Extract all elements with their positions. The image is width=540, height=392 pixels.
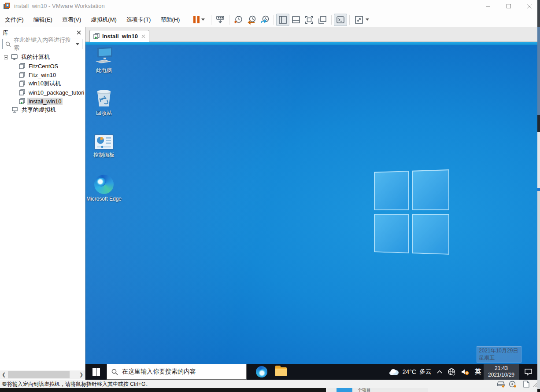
tab-install-win10[interactable]: install_win10 xyxy=(89,30,149,42)
desktop-icon-control-panel[interactable]: 控制面板 xyxy=(86,134,122,158)
tree-item-install-win10[interactable]: install_win10 xyxy=(0,97,85,106)
weather-button[interactable]: 24°C 多云 xyxy=(385,364,434,380)
revert-snapshot-button[interactable] xyxy=(245,14,258,26)
background-explorer-fragment: 个项目 xyxy=(326,388,428,392)
tree-item-vm[interactable]: win10测试机 xyxy=(0,79,85,88)
network-button[interactable] xyxy=(445,364,458,380)
scroll-left-icon[interactable]: ❮ xyxy=(0,370,7,379)
tree-item-vm[interactable]: FitzCentOS xyxy=(0,62,85,70)
file-explorer-icon xyxy=(275,367,287,376)
vmware-logo-icon xyxy=(4,3,11,10)
close-button[interactable] xyxy=(520,0,539,12)
status-message: 要将输入定向到该虚拟机，请将鼠标指针移入其中或按 Ctrl+G。 xyxy=(2,381,151,388)
system-tray: 24°C 多云 xyxy=(385,364,537,380)
desktop-icon-this-pc[interactable]: 此电脑 xyxy=(86,47,122,74)
vmware-workstation-window: install_win10 - VMware Workstation 文件(F)… xyxy=(0,0,540,392)
free-stretch-icon xyxy=(354,15,364,25)
speaker-muted-icon xyxy=(461,368,470,376)
ime-indicator[interactable]: 英 xyxy=(472,364,484,380)
free-stretch-button[interactable] xyxy=(352,14,371,26)
vmware-status-bar: 要将输入定向到该虚拟机，请将鼠标指针移入其中或按 Ctrl+G。 xyxy=(0,380,540,388)
globe-network-icon xyxy=(448,368,455,376)
taskbar-clock[interactable]: 21:43 2021/10/29 xyxy=(484,364,519,380)
volume-button[interactable] xyxy=(458,364,472,380)
tree-item-vm[interactable]: win10_package_tutori xyxy=(0,88,85,97)
chevron-down-icon xyxy=(366,18,369,21)
wallpaper-light-beam xyxy=(85,42,537,380)
action-center-button[interactable] xyxy=(519,364,537,380)
show-library-icon xyxy=(278,15,288,25)
taskbar-search-input[interactable]: 在这里输入你要搜索的内容 xyxy=(107,364,247,380)
vm-icon xyxy=(19,89,25,95)
library-search-input[interactable]: 在此处键入内容进行搜索 xyxy=(2,39,82,49)
menu-view[interactable]: 查看(V) xyxy=(57,13,86,26)
control-panel-icon xyxy=(94,134,114,150)
wallpaper-top-glow xyxy=(85,42,537,45)
menu-tabs[interactable]: 选项卡(T) xyxy=(122,13,156,26)
minimize-button[interactable] xyxy=(478,0,498,12)
maximize-button[interactable] xyxy=(499,0,518,12)
show-library-button[interactable] xyxy=(276,14,289,26)
close-icon xyxy=(77,30,81,35)
manage-snapshots-button[interactable] xyxy=(258,14,271,26)
message-log-icon[interactable] xyxy=(523,381,530,388)
show-thumbnail-bar-button[interactable] xyxy=(289,14,303,26)
taskbar-edge-button[interactable] xyxy=(252,364,271,380)
library-close-button[interactable] xyxy=(75,29,82,36)
take-snapshot-button[interactable] xyxy=(232,14,245,26)
vm-icon xyxy=(19,72,25,78)
host-taskbar-sliver: 个项目 xyxy=(0,388,540,392)
recycle-bin-icon xyxy=(95,88,113,108)
statusbar-bottom-fragment xyxy=(428,388,540,392)
tooltip-date: 2021年10月29日 xyxy=(479,347,519,354)
tree-item-my-computer[interactable]: 我的计算机 xyxy=(0,53,85,62)
menu-help[interactable]: 帮助(H) xyxy=(155,13,185,26)
device-status-icons xyxy=(497,381,538,388)
menu-edit[interactable]: 编辑(E) xyxy=(29,13,57,26)
tree-item-vm[interactable]: Fitz_win10 xyxy=(0,70,85,79)
windows-taskbar: 在这里输入你要搜索的内容 24°C 多云 xyxy=(85,364,537,380)
cd-rom-device-icon[interactable] xyxy=(508,381,517,388)
close-icon xyxy=(527,4,532,9)
explorer-items-count: 个项目 xyxy=(358,388,371,392)
tooltip-weekday: 星期五 xyxy=(479,354,519,361)
taskbar-file-explorer-button[interactable] xyxy=(271,364,291,380)
desktop-icon-recycle-bin[interactable]: 回收站 xyxy=(86,88,122,117)
tray-overflow-button[interactable] xyxy=(434,364,445,380)
taskbar-search-placeholder: 在这里输入你要搜索的内容 xyxy=(122,368,196,376)
show-thumbnail-bar-icon xyxy=(291,15,301,25)
weather-condition: 多云 xyxy=(419,368,432,376)
desktop-icon-microsoft-edge[interactable]: Microsoft Edge xyxy=(86,175,122,202)
chevron-up-icon xyxy=(437,370,442,374)
unity-mode-button[interactable] xyxy=(316,14,329,26)
window-title: install_win10 - VMware Workstation xyxy=(14,3,105,9)
vm-running-icon xyxy=(19,98,25,104)
hard-disk-device-icon[interactable] xyxy=(497,381,506,388)
start-button[interactable] xyxy=(85,364,107,380)
date-tooltip: 2021年10月29日 星期五 xyxy=(477,346,522,363)
vm-icon xyxy=(19,81,25,87)
computer-icon xyxy=(11,54,18,60)
vm-icon xyxy=(19,63,25,69)
console-view-button[interactable] xyxy=(334,14,347,26)
microsoft-edge-icon xyxy=(94,175,114,194)
send-ctrl-alt-del-button[interactable] xyxy=(214,14,227,26)
send-ctrl-alt-del-icon xyxy=(215,15,225,25)
full-screen-button[interactable] xyxy=(303,14,316,26)
sidebar-horizontal-scrollbar[interactable]: ❮ ❯ xyxy=(0,370,85,379)
clock-date: 2021/10/29 xyxy=(488,372,514,378)
menu-vm[interactable]: 虚拟机(M) xyxy=(86,13,122,26)
search-icon xyxy=(5,41,11,47)
menu-toolbar: 文件(F) 编辑(E) 查看(V) 虚拟机(M) 选项卡(T) 帮助(H) xyxy=(0,12,540,27)
tab-close-button[interactable] xyxy=(141,34,145,38)
scrollbar-thumb[interactable] xyxy=(8,371,70,378)
notification-icon xyxy=(524,368,533,376)
pause-vm-button[interactable] xyxy=(189,14,209,26)
vm-console-screen[interactable]: 此电脑 回收站 控制面板 xyxy=(85,42,537,380)
tree-item-shared-vms[interactable]: 共享的虚拟机 xyxy=(0,106,85,114)
collapse-icon[interactable] xyxy=(4,55,8,59)
scroll-right-icon[interactable]: ❯ xyxy=(78,370,85,379)
menu-file[interactable]: 文件(F) xyxy=(0,13,29,26)
clock-time: 21:43 xyxy=(495,365,508,372)
cloud-icon xyxy=(388,368,399,376)
